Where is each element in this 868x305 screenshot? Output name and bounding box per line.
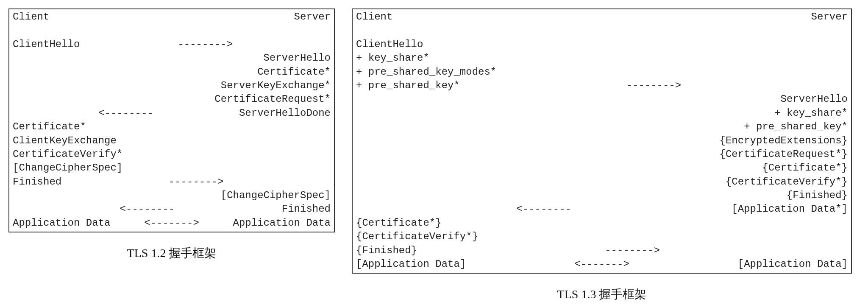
tls12-row: Certificate* [13,120,331,134]
server-msg: [Application Data*] [732,202,848,216]
tls13-row: + key_share* [356,106,848,120]
tls13-row: + key_share* [356,51,848,65]
tls12-row: <--------Finished [13,202,331,216]
header-client: Client [356,10,392,24]
tls13-row: {Finished} [356,189,848,202]
spacer [442,216,848,230]
tls13-row: ClientHello [356,38,848,51]
client-msg: [ChangeCipherSpec] [13,161,122,175]
client-msg: + pre_shared_key* [356,79,460,92]
spacer [13,92,214,106]
arrow-both-icon: <-------> [110,216,233,230]
tls13-row: {EncryptedExtensions} [356,134,848,148]
tls13-row: {CertificateVerify*} [356,230,848,243]
spacer [478,230,848,243]
diagram-container: Client Server ClientHello-------->Server… [8,8,860,302]
tls13-header: Client Server [356,10,848,24]
client-msg: + pre_shared_key_modes* [356,65,496,79]
spacer [122,148,331,161]
client-msg: ClientHello [356,38,423,51]
spacer [356,106,774,120]
tls13-row: ServerHello [356,92,848,106]
tls12-row: ClientHello--------> [13,38,331,51]
blank-row [356,24,848,37]
tls12-caption: TLS 1.2 握手框架 [127,245,217,261]
client-msg: Certificate* [13,120,86,134]
tls13-row: [Application Data]<------->[Application … [356,257,848,271]
tls12-row: ServerHello [13,51,331,65]
client-msg: [Application Data] [356,257,466,271]
spacer [423,38,848,51]
tls12-header: Client Server [13,10,331,24]
tls13-row: {Finished}--------> [356,244,848,257]
arrow-right-icon: --------> [417,244,848,257]
tls12-row: Finished--------> [13,175,331,189]
spacer [356,120,744,134]
server-msg: ServerHello [264,51,331,65]
server-msg: {EncryptedExtensions} [720,134,848,148]
arrow-right-icon: --------> [61,175,331,189]
tls13-body: ClientHello+ key_share*+ pre_shared_key_… [356,38,848,271]
spacer [13,79,221,92]
server-msg: Finished [282,202,331,216]
arrow-right-icon: --------> [460,79,848,92]
client-msg: Application Data [13,216,110,230]
tls12-row: CertificateVerify* [13,148,331,161]
tls13-row: + pre_shared_key_modes* [356,65,848,79]
tls13-row: <--------[Application Data*] [356,202,848,216]
tls13-wrap: Client Server ClientHello+ key_share*+ p… [352,8,852,302]
arrow-right-icon: --------> [80,38,331,51]
tls13-row: {CertificateVerify*} [356,175,848,189]
server-msg: [Application Data] [738,257,848,271]
spacer [122,161,331,175]
tls12-row: CertificateRequest* [13,92,331,106]
tls12-row: ClientKeyExchange [13,134,331,148]
client-msg: + key_share* [356,51,429,65]
client-msg: CertificateVerify* [13,148,122,161]
arrow-left-icon: <-------- [13,106,239,120]
client-msg: ClientKeyExchange [13,134,117,148]
server-msg: ServerHello [781,92,848,106]
arrow-both-icon: <-------> [466,257,738,271]
client-msg: {CertificateVerify*} [356,230,478,243]
client-msg: ClientHello [13,38,80,51]
header-client: Client [13,10,49,24]
server-msg: {CertificateRequest*} [720,148,848,161]
server-msg: Application Data [233,216,331,230]
client-msg: Finished [13,175,61,189]
server-msg: {CertificateVerify*} [726,175,848,189]
server-msg: {Certificate*} [762,161,848,175]
arrow-left-icon: <-------- [13,202,282,216]
spacer [356,189,787,202]
tls13-caption: TLS 1.3 握手框架 [557,286,647,302]
tls13-panel: Client Server ClientHello+ key_share*+ p… [352,8,852,274]
tls13-row: + pre_shared_key*--------> [356,79,848,92]
spacer [356,175,726,189]
blank-row [13,24,331,37]
header-spacer [49,10,294,24]
tls13-row: {Certificate*} [356,216,848,230]
tls12-wrap: Client Server ClientHello-------->Server… [8,8,335,261]
server-msg: + pre_shared_key* [744,120,848,134]
server-msg: CertificateRequest* [214,92,331,106]
spacer [86,120,331,134]
spacer [117,134,331,148]
server-msg: + key_share* [774,106,848,120]
client-msg: {Certificate*} [356,216,442,230]
tls12-row: [ChangeCipherSpec] [13,161,331,175]
tls12-panel: Client Server ClientHello-------->Server… [8,8,335,232]
header-server: Server [811,10,848,24]
spacer [13,51,264,65]
tls12-row: Application Data<------->Application Dat… [13,216,331,230]
tls12-row: ServerKeyExchange* [13,79,331,92]
spacer [356,92,781,106]
spacer [356,161,762,175]
server-msg: [ChangeCipherSpec] [221,189,331,202]
client-msg: {Finished} [356,244,417,257]
header-spacer [392,10,811,24]
arrow-left-icon: <-------- [356,202,732,216]
tls13-row: {CertificateRequest*} [356,148,848,161]
spacer [13,189,221,202]
tls12-body: ClientHello-------->ServerHelloCertifica… [13,38,331,230]
tls13-row: {Certificate*} [356,161,848,175]
